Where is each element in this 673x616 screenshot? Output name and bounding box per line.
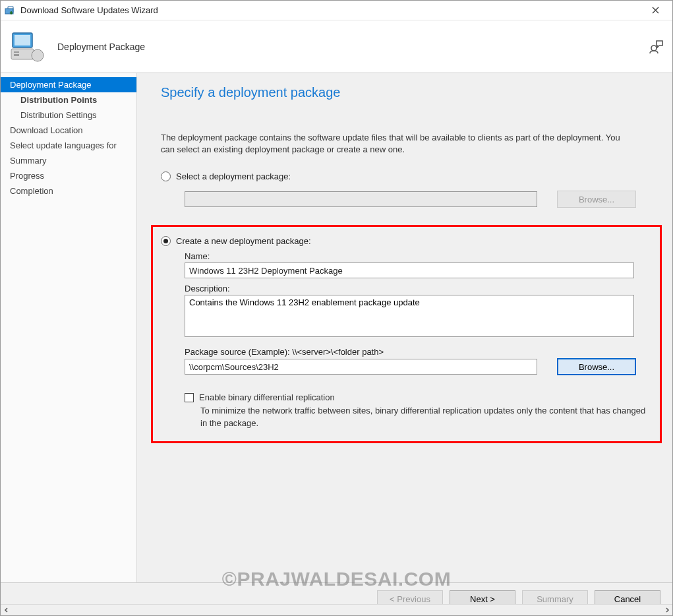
titlebar: Download Software Updates Wizard xyxy=(1,1,672,20)
radio-select-label: Select a deployment package: xyxy=(176,171,291,181)
sidebar-item-download-location[interactable]: Download Location xyxy=(1,123,136,138)
wizard-content: Specify a deployment package The deploym… xyxy=(137,73,672,582)
radio-create-label: Create a new deployment package: xyxy=(176,236,311,246)
scroll-track[interactable] xyxy=(12,605,661,615)
wizard-sidebar: Deployment Package Distribution Points D… xyxy=(1,73,137,582)
computer-icon xyxy=(9,29,44,65)
description-textarea[interactable] xyxy=(185,295,634,337)
checkbox-description: To minimize the network traffic between … xyxy=(200,405,648,429)
scroll-left-icon[interactable] xyxy=(1,605,12,616)
page-description: The deployment package contains the soft… xyxy=(161,132,635,156)
scroll-right-icon[interactable] xyxy=(661,605,672,616)
svg-rect-4 xyxy=(14,54,19,56)
checkbox-icon xyxy=(185,393,194,402)
sidebar-item-distribution-points[interactable]: Distribution Points xyxy=(1,92,136,108)
package-source-input[interactable] xyxy=(185,359,537,375)
svg-point-6 xyxy=(32,49,44,61)
name-label: Name: xyxy=(185,251,648,261)
select-package-input xyxy=(185,191,537,207)
browse-button-disabled: Browse... xyxy=(557,191,636,208)
sidebar-item-completion[interactable]: Completion xyxy=(1,183,136,199)
highlight-create-package: Create a new deployment package: Name: D… xyxy=(151,225,662,443)
sidebar-item-distribution-settings[interactable]: Distribution Settings xyxy=(1,108,136,123)
wizard-header: Deployment Package xyxy=(1,20,672,73)
radio-select-package[interactable]: Select a deployment package: xyxy=(161,171,658,181)
svg-rect-2 xyxy=(15,35,30,46)
close-icon[interactable] xyxy=(642,1,668,20)
svg-rect-5 xyxy=(14,51,19,53)
sidebar-item-select-languages[interactable]: Select update languages for xyxy=(1,138,136,153)
checkbox-binary-diff[interactable]: Enable binary differential replication xyxy=(185,392,648,402)
sidebar-item-progress[interactable]: Progress xyxy=(1,168,136,183)
name-input[interactable] xyxy=(185,262,634,278)
radio-icon xyxy=(161,171,171,181)
window-title: Download Software Updates Wizard xyxy=(20,5,642,15)
description-label: Description: xyxy=(185,284,648,293)
source-label: Package source (Example): \\<server>\<fo… xyxy=(185,347,648,357)
checkbox-label: Enable binary differential replication xyxy=(199,392,335,402)
browse-button[interactable]: Browse... xyxy=(557,358,636,375)
page-title: Specify a deployment package xyxy=(161,85,658,100)
app-icon xyxy=(5,5,15,16)
radio-icon xyxy=(161,236,171,246)
sidebar-item-deployment-package[interactable]: Deployment Package xyxy=(1,77,136,92)
feedback-icon[interactable] xyxy=(647,38,664,55)
sidebar-item-summary[interactable]: Summary xyxy=(1,153,136,168)
horizontal-scrollbar[interactable] xyxy=(1,604,672,615)
radio-create-package[interactable]: Create a new deployment package: xyxy=(161,236,648,246)
svg-point-7 xyxy=(651,46,657,51)
header-label: Deployment Package xyxy=(57,42,647,52)
